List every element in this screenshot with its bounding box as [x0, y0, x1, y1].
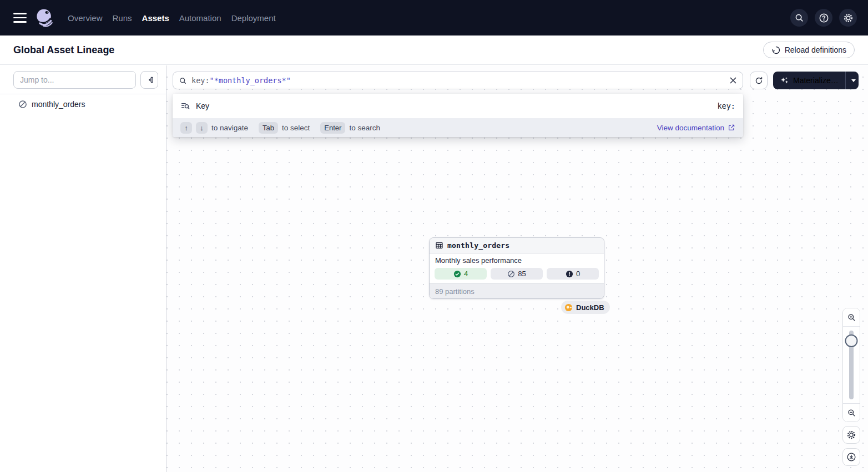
top-navbar: Overview Runs Assets Automation Deployme…	[0, 0, 868, 35]
suggestion-row-key[interactable]: Key key:	[173, 94, 743, 118]
asset-search-input[interactable]: key: "*monthly_orders*"	[173, 72, 743, 89]
asset-node-header[interactable]: monthly_orders	[430, 238, 604, 253]
nav-item-automation[interactable]: Automation	[179, 11, 221, 25]
asset-status-pills: 4 85 0	[435, 268, 599, 280]
dropdown-hint-bar: ↑ ↓ to navigate Tab to select Enter to s…	[173, 118, 743, 137]
down-arrow-key: ↓	[196, 122, 208, 134]
asset-description: Monthly sales performance	[435, 256, 598, 265]
nav-item-overview[interactable]: Overview	[68, 11, 103, 25]
external-link-icon	[728, 124, 735, 131]
missing-count-pill[interactable]: 85	[491, 268, 543, 280]
enter-key: Enter	[320, 122, 345, 134]
nav-item-deployment[interactable]: Deployment	[231, 11, 276, 25]
chevron-down-icon	[851, 79, 856, 82]
suggestion-label: Key	[196, 101, 209, 110]
help-icon[interactable]	[815, 9, 832, 27]
up-arrow-key: ↑	[180, 122, 192, 134]
alert-circle-icon	[566, 270, 573, 278]
app-body: monthly_orders key: "*monthly_orders*" M…	[0, 65, 868, 472]
search-icon	[179, 77, 187, 85]
lineage-sidebar: monthly_orders	[0, 65, 166, 472]
page-title: Global Asset Lineage	[13, 44, 114, 56]
zoom-in-icon[interactable]	[843, 308, 860, 327]
zoom-slider[interactable]	[843, 327, 860, 403]
navigate-hint-label: to navigate	[211, 124, 248, 132]
asset-node-body: Monthly sales performance 4 85	[430, 253, 604, 283]
tab-key: Tab	[259, 122, 278, 134]
zoom-out-icon[interactable]	[843, 403, 860, 422]
clear-search-icon[interactable]	[729, 77, 737, 84]
sidebar-asset-monthly-orders[interactable]: monthly_orders	[0, 94, 166, 113]
query-prefix: key:	[191, 76, 210, 85]
download-graph-icon[interactable]	[842, 448, 860, 466]
nav-item-assets[interactable]: Assets	[142, 11, 169, 25]
slashed-circle-icon	[18, 100, 27, 109]
reload-definitions-button[interactable]: Reload definitions	[763, 42, 855, 58]
materialize-button[interactable]: Materialize…	[773, 76, 845, 85]
navbar-actions	[790, 9, 857, 27]
collapse-sidebar-button[interactable]	[140, 71, 158, 89]
suggestion-filter-hint: key:	[717, 101, 735, 110]
primary-nav: Overview Runs Assets Automation Deployme…	[68, 11, 276, 25]
settings-gear-icon[interactable]	[839, 9, 857, 27]
nav-item-runs[interactable]: Runs	[113, 11, 132, 25]
materialize-dropdown-caret[interactable]	[846, 72, 859, 89]
zoom-slider-handle[interactable]	[845, 334, 858, 347]
materialize-split-button: Materialize…	[773, 72, 859, 89]
zoom-controls-panel	[842, 308, 860, 422]
table-icon	[435, 241, 443, 250]
reload-code-location-icon	[771, 45, 781, 55]
duckdb-logo-icon	[564, 303, 573, 312]
dagster-logo[interactable]	[33, 7, 55, 29]
hamburger-menu-icon[interactable]	[13, 13, 27, 23]
asset-partitions-footer: 89 partitions	[430, 283, 604, 298]
sparkles-icon	[780, 76, 789, 85]
asset-node-monthly-orders[interactable]: monthly_orders Monthly sales performance…	[429, 237, 604, 299]
view-documentation-link[interactable]: View documentation	[657, 124, 735, 132]
failed-count-pill[interactable]: 0	[547, 268, 599, 280]
search-hint-label: to search	[349, 124, 380, 132]
select-hint-label: to select	[282, 124, 310, 132]
jump-to-input[interactable]	[13, 71, 136, 89]
query-value: "*monthly_orders*"	[210, 76, 291, 85]
page-header: Global Asset Lineage Reload definitions	[0, 35, 868, 65]
check-circle-icon	[453, 270, 461, 278]
materialized-count-pill[interactable]: 4	[435, 268, 487, 280]
search-icon[interactable]	[790, 9, 808, 27]
asset-node-name: monthly_orders	[447, 241, 509, 250]
graph-settings-gear-icon[interactable]	[842, 426, 860, 444]
sidebar-toolbar	[0, 65, 166, 94]
storage-kind-tag-duckdb[interactable]: DuckDB	[561, 301, 610, 314]
lineage-graph-pane[interactable]: key: "*monthly_orders*" Materialize…	[166, 65, 868, 472]
filter-search-icon	[180, 101, 190, 111]
asset-name-label: monthly_orders	[32, 100, 85, 109]
refresh-graph-icon[interactable]	[750, 72, 768, 89]
search-suggestions-dropdown: Key key: ↑ ↓ to navigate Tab to select E…	[173, 94, 743, 137]
slashed-circle-icon	[507, 270, 515, 278]
